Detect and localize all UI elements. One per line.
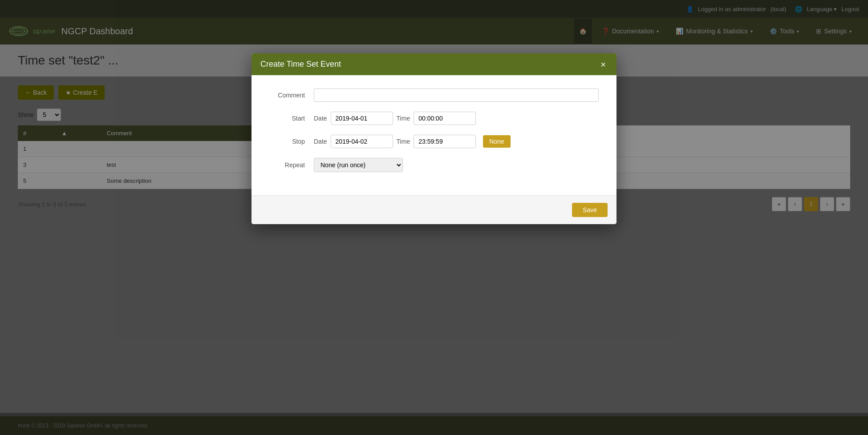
start-label: Start xyxy=(269,115,314,122)
none-button[interactable]: None xyxy=(483,135,510,148)
modal: Create Time Set Event × Comment Start Da… xyxy=(251,53,617,224)
modal-overlay: Create Time Set Event × Comment Start Da… xyxy=(0,0,868,435)
stop-date-input[interactable] xyxy=(331,135,393,148)
stop-date-label: Date xyxy=(314,138,327,145)
repeat-select[interactable]: None (run once) Daily Weekly Monthly Yea… xyxy=(314,158,403,172)
stop-row: Stop Date Time None xyxy=(269,135,599,148)
start-date-input[interactable] xyxy=(331,112,393,125)
start-date-label: Date xyxy=(314,115,327,122)
repeat-row: Repeat None (run once) Daily Weekly Mont… xyxy=(269,158,599,172)
start-time-label: Time xyxy=(397,115,410,122)
comment-row: Comment xyxy=(269,89,599,102)
start-time-input[interactable] xyxy=(414,112,476,125)
modal-footer: Save xyxy=(251,195,617,224)
stop-time-input[interactable] xyxy=(414,135,476,148)
modal-body: Comment Start Date Time Stop Date xyxy=(251,75,617,195)
stop-time-label: Time xyxy=(397,138,410,145)
stop-datetime-group: Date Time None xyxy=(314,135,599,148)
repeat-label: Repeat xyxy=(269,161,314,169)
modal-close-button[interactable]: × xyxy=(599,60,608,69)
save-button[interactable]: Save xyxy=(572,203,608,217)
start-datetime-group: Date Time xyxy=(314,112,599,125)
modal-header: Create Time Set Event × xyxy=(251,53,617,75)
stop-label: Stop xyxy=(269,138,314,145)
comment-input[interactable] xyxy=(314,89,599,102)
modal-title: Create Time Set Event xyxy=(260,60,341,69)
start-row: Start Date Time xyxy=(269,112,599,125)
comment-label: Comment xyxy=(269,92,314,99)
